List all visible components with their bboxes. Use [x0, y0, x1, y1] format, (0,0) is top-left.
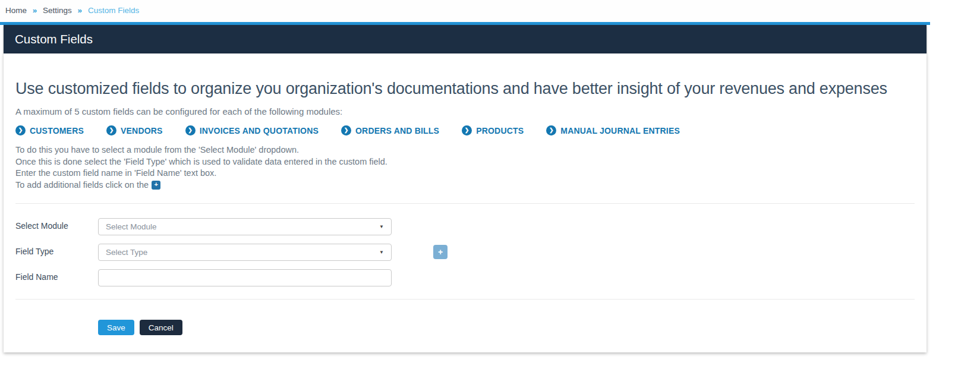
- cancel-button[interactable]: Cancel: [140, 320, 182, 335]
- breadcrumb-settings[interactable]: Settings: [43, 6, 72, 15]
- field-type-label: Field Type: [15, 244, 98, 256]
- page: Home » Settings » Custom Fields Custom F…: [0, 0, 930, 352]
- instruction-text: To add additional fields click on the: [15, 180, 149, 190]
- breadcrumb-separator-icon: »: [78, 6, 83, 15]
- module-item-orders-and-bills[interactable]: ❯ ORDERS AND BILLS: [341, 125, 439, 135]
- module-label: MANUAL JOURNAL ENTRIES: [560, 126, 680, 135]
- form-row-field-name: Field Name: [15, 269, 915, 286]
- instruction-line: Enter the custom field name in 'Field Na…: [15, 168, 915, 179]
- instructions: To do this you have to select a module f…: [15, 144, 915, 191]
- instruction-line: Once this is done select the 'Field Type…: [15, 156, 915, 168]
- modules-list: ❯ CUSTOMERS ❯ VENDORS ❯ INVOICES AND QUO…: [15, 125, 915, 135]
- form-actions: Save Cancel: [98, 320, 915, 335]
- chevron-right-circle-icon: ❯: [546, 125, 556, 135]
- field-name-input[interactable]: [98, 269, 392, 286]
- content-card: Use customized fields to organize you or…: [4, 53, 927, 352]
- select-module-dropdown[interactable]: Select Module ▼: [98, 218, 392, 235]
- module-item-invoices-and-quotations[interactable]: ❯ INVOICES AND QUOTATIONS: [185, 125, 319, 135]
- chevron-down-icon: ▼: [379, 224, 384, 229]
- chevron-right-circle-icon: ❯: [462, 125, 472, 135]
- module-label: PRODUCTS: [476, 126, 524, 135]
- chevron-down-icon: ▼: [379, 250, 384, 255]
- form-row-select-module: Select Module Select Module ▼: [15, 218, 915, 235]
- module-label: INVOICES AND QUOTATIONS: [200, 126, 319, 135]
- plus-icon: +: [152, 181, 160, 190]
- breadcrumb: Home » Settings » Custom Fields: [0, 0, 930, 22]
- module-label: VENDORS: [121, 126, 163, 135]
- field-name-label: Field Name: [15, 269, 98, 282]
- chevron-right-circle-icon: ❯: [106, 125, 116, 135]
- divider: [15, 203, 915, 204]
- custom-field-form: Select Module Select Module ▼ Field Type…: [15, 218, 915, 286]
- module-item-manual-journal-entries[interactable]: ❯ MANUAL JOURNAL ENTRIES: [546, 125, 680, 135]
- breadcrumb-current: Custom Fields: [88, 6, 139, 15]
- breadcrumb-separator-icon: »: [33, 6, 37, 15]
- module-label: ORDERS AND BILLS: [355, 126, 439, 135]
- select-module-label: Select Module: [15, 218, 98, 231]
- plus-icon: +: [438, 248, 443, 256]
- module-item-products[interactable]: ❯ PRODUCTS: [462, 125, 524, 135]
- intro-heading: Use customized fields to organize you or…: [15, 80, 915, 98]
- page-titlebar: Custom Fields: [4, 25, 927, 53]
- add-field-button[interactable]: +: [433, 245, 448, 259]
- save-button[interactable]: Save: [98, 320, 134, 335]
- form-row-field-type: Field Type Select Type ▼ +: [15, 244, 915, 261]
- instruction-line: To add additional fields click on the+: [15, 179, 915, 191]
- module-label: CUSTOMERS: [30, 126, 84, 135]
- chevron-right-circle-icon: ❯: [341, 125, 351, 135]
- page-title: Custom Fields: [15, 32, 93, 46]
- instruction-line: To do this you have to select a module f…: [15, 144, 915, 156]
- select-module-value: Select Module: [106, 222, 157, 231]
- intro-subheading: A maximum of 5 custom fields can be conf…: [15, 106, 915, 116]
- field-type-value: Select Type: [106, 248, 147, 257]
- module-item-vendors[interactable]: ❯ VENDORS: [106, 125, 163, 135]
- chevron-right-circle-icon: ❯: [185, 125, 196, 135]
- chevron-right-circle-icon: ❯: [15, 125, 26, 135]
- field-type-dropdown[interactable]: Select Type ▼: [98, 244, 392, 261]
- breadcrumb-home[interactable]: Home: [5, 6, 27, 15]
- divider: [15, 299, 915, 300]
- module-item-customers[interactable]: ❯ CUSTOMERS: [15, 125, 84, 135]
